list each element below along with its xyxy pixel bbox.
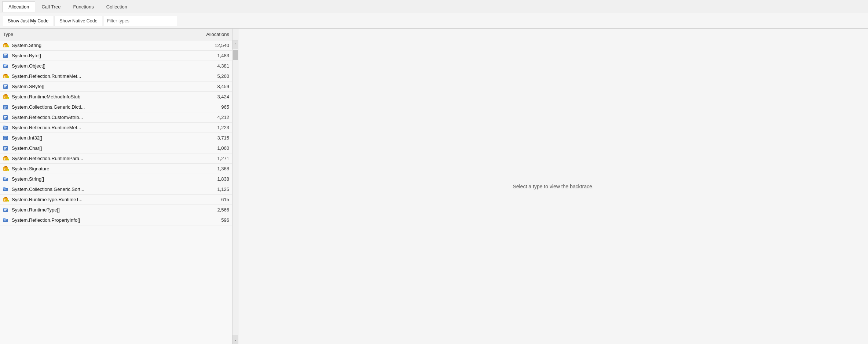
cell-type: C + System.Signature [0, 164, 181, 173]
table-row[interactable]: C + System.Reflection.RuntimeMet... 5,26… [0, 71, 232, 82]
table-body: C + System.String 12,540 System.Byte[] 1… [0, 40, 232, 344]
table-row[interactable]: System.Collections.Generic.Dicti... 965 [0, 102, 232, 112]
table-row[interactable]: System.RuntimeType[] 2,566 [0, 205, 232, 215]
table-row[interactable]: System.Char[] 1,060 [0, 143, 232, 153]
scroll-up-button[interactable]: ⌃ [232, 40, 238, 49]
table-row[interactable]: System.Reflection.RuntimeMet... 1,223 [0, 123, 232, 133]
svg-rect-1 [4, 43, 7, 44]
backtrace-placeholder: Select a type to view the backtrace. [513, 184, 593, 189]
cell-type: System.Object[] [0, 62, 181, 70]
svg-rect-60 [4, 179, 6, 180]
type-icon [3, 125, 10, 131]
svg-rect-59 [4, 178, 7, 179]
svg-rect-42 [4, 139, 6, 140]
cell-type: System.SByte[] [0, 82, 181, 91]
type-icon [3, 104, 10, 110]
tab-functions[interactable]: Functions [67, 1, 100, 12]
cell-type: C + System.Reflection.RuntimeMet... [0, 72, 181, 81]
cell-allocations: 1,838 [181, 175, 232, 183]
table-row[interactable]: System.String[] 1,838 [0, 174, 232, 184]
svg-rect-76 [4, 220, 7, 220]
right-panel: Select a type to view the backtrace. [238, 29, 868, 344]
cell-allocations: 1,223 [181, 123, 232, 132]
type-name-text: System.Char[] [12, 145, 42, 151]
svg-rect-75 [3, 218, 6, 220]
cell-allocations: 5,260 [181, 72, 232, 80]
cell-allocations: 965 [181, 103, 232, 111]
show-native-code-button[interactable]: Show Native Code [55, 16, 102, 26]
svg-rect-14 [4, 74, 7, 75]
table-row[interactable]: System.Byte[] 1,483 [0, 51, 232, 61]
cell-allocations: 3,424 [181, 93, 232, 101]
cell-type: System.Int32[] [0, 134, 181, 142]
col-allocations-header: Allocations [181, 29, 232, 39]
svg-rect-38 [4, 128, 6, 128]
table-row[interactable]: C + System.Signature 1,368 [0, 164, 232, 174]
main-content: Type Allocations C + System.String 1 [0, 29, 868, 344]
type-name-text: System.Reflection.RuntimePara... [12, 156, 83, 161]
type-icon: C + [3, 197, 10, 203]
svg-rect-71 [3, 208, 6, 209]
type-name-text: System.Byte[] [12, 53, 41, 58]
table-row[interactable]: C + System.RuntimeType.RuntimeT... 615 [0, 195, 232, 205]
cell-type: System.Reflection.PropertyInfo[] [0, 216, 181, 225]
type-icon [3, 53, 10, 59]
cell-type: C + System.RuntimeMethodInfoStub [0, 93, 181, 101]
cell-allocations: 1,368 [181, 164, 232, 173]
svg-rect-21 [4, 87, 6, 88]
type-name-text: System.Reflection.CustomAttrib... [12, 115, 83, 120]
svg-rect-12 [4, 66, 6, 67]
svg-rect-30 [4, 108, 6, 109]
tab-allocation[interactable]: Allocation [2, 1, 35, 12]
type-name-text: System.Signature [12, 166, 50, 171]
left-panel: Type Allocations C + System.String 1 [0, 29, 238, 344]
type-icon: C + [3, 73, 10, 79]
table-row[interactable]: System.Object[] 4,381 [0, 61, 232, 71]
type-name-text: System.Collections.Generic.Sort... [12, 187, 84, 192]
table-row[interactable]: System.Collections.Generic.Sort... 1,125 [0, 184, 232, 195]
type-name-text: System.String[] [12, 176, 44, 182]
svg-rect-40 [4, 137, 7, 137]
svg-rect-77 [4, 220, 6, 221]
cell-allocations: 8,459 [181, 82, 232, 91]
table-row[interactable]: System.Reflection.CustomAttrib... 4,212 [0, 112, 232, 123]
svg-rect-33 [4, 117, 6, 118]
cell-allocations: 4,381 [181, 62, 232, 70]
cell-allocations: 1,483 [181, 51, 232, 60]
svg-text:C: C [4, 76, 6, 79]
cell-allocations: 615 [181, 195, 232, 204]
svg-rect-46 [4, 149, 6, 150]
scroll-down-button[interactable]: ⌄ [232, 335, 238, 344]
table-row[interactable]: C + System.String 12,540 [0, 40, 232, 51]
cell-type: System.Char[] [0, 144, 181, 153]
table-row[interactable]: System.Int32[] 3,715 [0, 133, 232, 143]
svg-rect-66 [4, 197, 7, 198]
filter-input[interactable] [104, 16, 177, 26]
svg-rect-8 [4, 57, 6, 57]
scrollbar: ⌃ ⌄ [232, 40, 238, 344]
tab-collection[interactable]: Collection [100, 1, 133, 12]
type-icon [3, 217, 10, 223]
svg-text:+: + [7, 77, 8, 79]
cell-type: System.Byte[] [0, 51, 181, 60]
cell-allocations: 2,566 [181, 206, 232, 214]
type-name-text: System.Reflection.PropertyInfo[] [12, 217, 80, 223]
show-my-code-button[interactable]: Show Just My Code [3, 16, 53, 26]
svg-rect-20 [4, 86, 6, 87]
cell-type: System.Reflection.RuntimeMet... [0, 123, 181, 132]
table-row[interactable]: System.SByte[] 8,459 [0, 82, 232, 92]
table-row[interactable]: C + System.RuntimeMethodInfoStub 3,424 [0, 92, 232, 102]
svg-rect-36 [3, 126, 6, 127]
table-row[interactable]: System.Reflection.PropertyInfo[] 596 [0, 215, 232, 225]
type-icon [3, 207, 10, 213]
cell-allocations: 3,715 [181, 134, 232, 142]
type-name-text: System.Object[] [12, 63, 45, 69]
svg-rect-53 [4, 166, 7, 167]
svg-text:+: + [7, 97, 8, 99]
type-icon: C + [3, 43, 10, 48]
svg-text:+: + [7, 159, 8, 161]
table-row[interactable]: C + System.Reflection.RuntimePara... 1,2… [0, 153, 232, 164]
type-name-text: System.Int32[] [12, 135, 42, 141]
tab-call-tree[interactable]: Call Tree [35, 1, 67, 12]
scroll-thumb[interactable] [233, 50, 238, 60]
